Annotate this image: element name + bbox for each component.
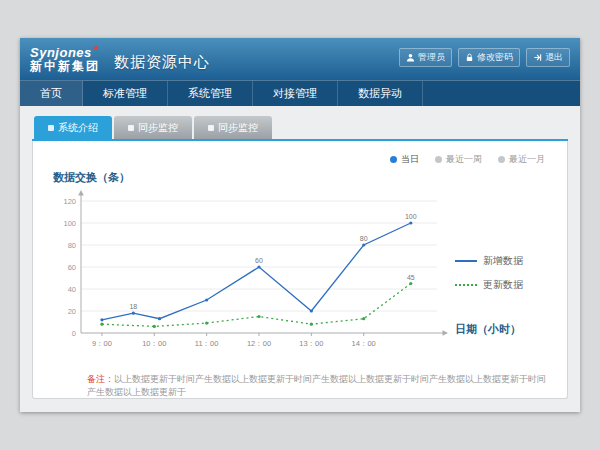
change-password-button[interactable]: 修改密码 — [458, 48, 520, 67]
legend-update-data[interactable]: 更新数据 — [455, 278, 547, 292]
logo-company-name: 新中新集团 — [30, 60, 100, 73]
content-area: 系统介绍 同步监控 同步监控 当日 — [20, 106, 580, 412]
svg-text:18: 18 — [129, 303, 137, 310]
tab-label: 同步监控 — [218, 121, 258, 135]
page-title: 数据资源中心 — [114, 53, 210, 72]
chart-row: 0204060801001209：0010：0011：0012：0013：001… — [47, 187, 553, 359]
logout-button[interactable]: 退出 — [526, 48, 570, 67]
admin-user-label: 管理员 — [418, 51, 445, 64]
tab-label: 系统介绍 — [58, 121, 98, 135]
svg-text:45: 45 — [407, 274, 415, 281]
header-actions: 管理员 修改密码 退出 — [399, 48, 570, 67]
change-password-label: 修改密码 — [477, 51, 513, 64]
svg-text:20: 20 — [68, 307, 76, 316]
tab-icon — [208, 125, 214, 131]
tab-bar: 系统介绍 同步监控 同步监控 — [32, 116, 568, 139]
footnote-label: 备注： — [87, 374, 114, 384]
svg-text:100: 100 — [405, 213, 417, 220]
y-axis-title: 数据交换（条） — [53, 170, 553, 185]
tab-sync-monitor-1[interactable]: 同步监控 — [114, 116, 192, 139]
svg-text:100: 100 — [63, 219, 76, 228]
svg-text:60: 60 — [255, 257, 263, 264]
logo-wordmark: Synjones — [30, 46, 100, 60]
chart-panel: 当日 最近一周 最近一月 数据交换（条） 0204060801001209：00… — [32, 141, 568, 399]
nav-item-interface-mgmt[interactable]: 对接管理 — [253, 81, 338, 106]
filter-label: 最近一月 — [509, 153, 545, 166]
nav-item-home[interactable]: 首页 — [20, 81, 83, 106]
filter-label: 当日 — [401, 153, 419, 166]
dot-icon — [435, 156, 442, 163]
desktop-background: Synjones 新中新集团 数据资源中心 管理员 修改密码 退出 — [0, 0, 600, 450]
svg-text:10：00: 10：00 — [142, 339, 166, 348]
svg-text:40: 40 — [68, 285, 76, 294]
svg-text:120: 120 — [63, 197, 76, 206]
legend-label: 新增数据 — [483, 254, 523, 268]
logout-icon — [533, 53, 542, 62]
solid-line-icon — [455, 260, 477, 262]
tab-system-intro[interactable]: 系统介绍 — [34, 116, 112, 139]
user-icon — [406, 53, 415, 62]
svg-text:80: 80 — [360, 235, 368, 242]
tab-icon — [48, 125, 54, 131]
series-legend: 新增数据 更新数据 日期（小时） — [451, 187, 547, 359]
legend-new-data[interactable]: 新增数据 — [455, 254, 547, 268]
svg-text:60: 60 — [68, 263, 76, 272]
filter-label: 最近一周 — [446, 153, 482, 166]
period-filter-legend: 当日 最近一周 最近一月 — [47, 149, 553, 168]
filter-last-month[interactable]: 最近一月 — [498, 153, 545, 166]
dot-icon — [390, 156, 397, 163]
logout-label: 退出 — [545, 51, 563, 64]
tab-label: 同步监控 — [138, 121, 178, 135]
app-window: Synjones 新中新集团 数据资源中心 管理员 修改密码 退出 — [20, 38, 580, 412]
filter-today[interactable]: 当日 — [390, 153, 419, 166]
lock-icon — [465, 53, 474, 62]
app-header: Synjones 新中新集团 数据资源中心 管理员 修改密码 退出 — [20, 38, 580, 80]
admin-user-button[interactable]: 管理员 — [399, 48, 452, 67]
tab-icon — [128, 125, 134, 131]
svg-text:9：00: 9：00 — [92, 339, 112, 348]
nav-item-system-mgmt[interactable]: 系统管理 — [168, 81, 253, 106]
tab-sync-monitor-2[interactable]: 同步监控 — [194, 116, 272, 139]
svg-text:80: 80 — [68, 241, 76, 250]
dot-icon — [498, 156, 505, 163]
filter-last-week[interactable]: 最近一周 — [435, 153, 482, 166]
svg-text:11：00: 11：00 — [195, 339, 219, 348]
dotted-line-icon — [455, 284, 477, 286]
line-chart: 0204060801001209：0010：0011：0012：0013：001… — [47, 187, 451, 359]
svg-text:12：00: 12：00 — [247, 339, 271, 348]
nav-item-standard-mgmt[interactable]: 标准管理 — [83, 81, 168, 106]
footnote-text: 以上数据更新于时间产生数据以上数据更新于时间产生数据以上数据更新于时间产生数据以… — [87, 374, 546, 397]
main-nav: 首页 标准管理 系统管理 对接管理 数据异动 — [20, 80, 580, 106]
legend-label: 更新数据 — [483, 278, 523, 292]
svg-text:0: 0 — [72, 329, 76, 338]
footnote: 备注：以上数据更新于时间产生数据以上数据更新于时间产生数据以上数据更新于时间产生… — [47, 373, 553, 399]
logo: Synjones 新中新集团 — [30, 46, 100, 72]
x-axis-title: 日期（小时） — [455, 322, 521, 337]
svg-text:13：00: 13：00 — [299, 339, 323, 348]
nav-item-data-change[interactable]: 数据异动 — [338, 81, 423, 106]
svg-text:14：00: 14：00 — [352, 339, 376, 348]
